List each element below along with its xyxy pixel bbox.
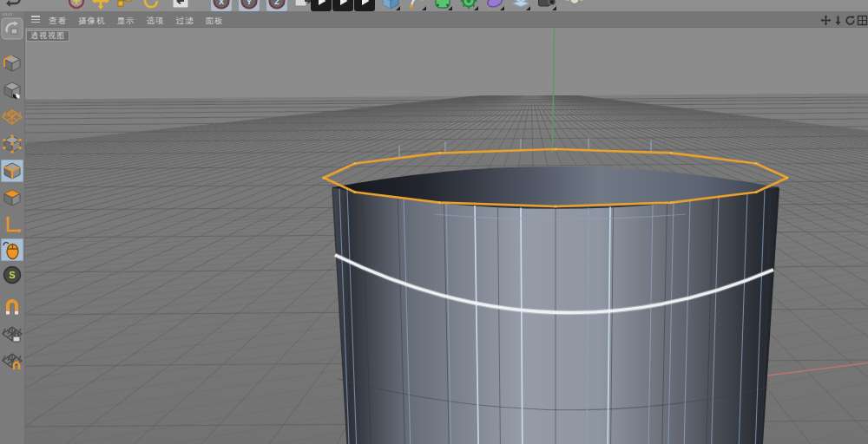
svg-text:Y: Y: [247, 0, 252, 6]
scale-tool[interactable]: [115, 0, 135, 11]
menu-filter[interactable]: 过滤: [176, 16, 194, 25]
render-settings-button[interactable]: [354, 0, 375, 11]
application-window: XYZ 查看摄像机显示选项过滤面板 S 透视视图: [0, 0, 868, 444]
workplane-mode-button[interactable]: [1, 106, 23, 128]
menu-cameras[interactable]: 摄像机: [78, 16, 106, 25]
lock-x-axis[interactable]: X: [211, 0, 232, 11]
menu-display[interactable]: 显示: [117, 16, 135, 25]
viewport-3d[interactable]: 透视视图: [24, 27, 868, 444]
tool-sidebar: S: [0, 11, 25, 444]
object-axis-mode-button[interactable]: [1, 213, 23, 236]
cylinder-object[interactable]: [322, 138, 788, 444]
menu-panel[interactable]: 面板: [206, 16, 224, 25]
svg-text:Z: Z: [274, 0, 279, 6]
lock-z-axis[interactable]: Z: [266, 0, 287, 11]
undo-icon[interactable]: [3, 0, 24, 11]
add-generator-button[interactable]: [432, 0, 453, 11]
zoom-view-icon[interactable]: [832, 14, 844, 25]
viewport-menu-bar: 查看摄像机显示选项过滤面板: [24, 11, 868, 28]
add-spline-button[interactable]: [406, 0, 427, 11]
move-tool[interactable]: [90, 0, 111, 11]
scene-canvas[interactable]: [24, 27, 868, 444]
toggle-view-icon[interactable]: [857, 14, 868, 25]
tweak-mode-button[interactable]: [1, 238, 23, 261]
add-environment-button[interactable]: [510, 0, 531, 11]
menu-view[interactable]: 查看: [49, 16, 67, 25]
model-mode-button[interactable]: [1, 52, 23, 75]
planar-workplane-button[interactable]: [1, 349, 23, 372]
render-view-button[interactable]: [311, 0, 332, 11]
magnet-tool-button[interactable]: [1, 296, 23, 318]
rotate-tool[interactable]: [141, 0, 161, 11]
live-selection-tool[interactable]: [66, 0, 87, 11]
menu-options[interactable]: 选项: [147, 16, 165, 25]
make-editable-button[interactable]: [1, 17, 23, 40]
pan-view-icon[interactable]: [820, 14, 832, 25]
texture-mode-button[interactable]: [1, 79, 23, 101]
last-tool-used[interactable]: [170, 0, 191, 11]
svg-text:X: X: [219, 0, 224, 6]
palette-grip[interactable]: [3, 13, 13, 16]
polygons-mode-button[interactable]: [1, 186, 23, 209]
viewport-menu-icon[interactable]: [31, 16, 40, 23]
top-toolbar: XYZ: [0, 0, 868, 11]
add-deformer-button[interactable]: [484, 0, 505, 11]
add-light-button[interactable]: [564, 0, 585, 11]
render-region-button[interactable]: [332, 0, 353, 11]
lock-y-axis[interactable]: Y: [239, 0, 260, 11]
add-primitive-cube-button[interactable]: [380, 0, 401, 11]
viewport-label: 透视视图: [26, 30, 69, 42]
rotate-view-icon[interactable]: [845, 14, 856, 25]
lock-workplane-button[interactable]: [1, 323, 23, 345]
points-mode-button[interactable]: [1, 133, 23, 155]
add-modeling-gear-button[interactable]: [458, 0, 479, 11]
svg-text:S: S: [9, 270, 15, 280]
edges-mode-button[interactable]: [1, 160, 23, 182]
snap-settings-button[interactable]: S: [1, 264, 23, 286]
add-camera-button[interactable]: [536, 0, 557, 11]
